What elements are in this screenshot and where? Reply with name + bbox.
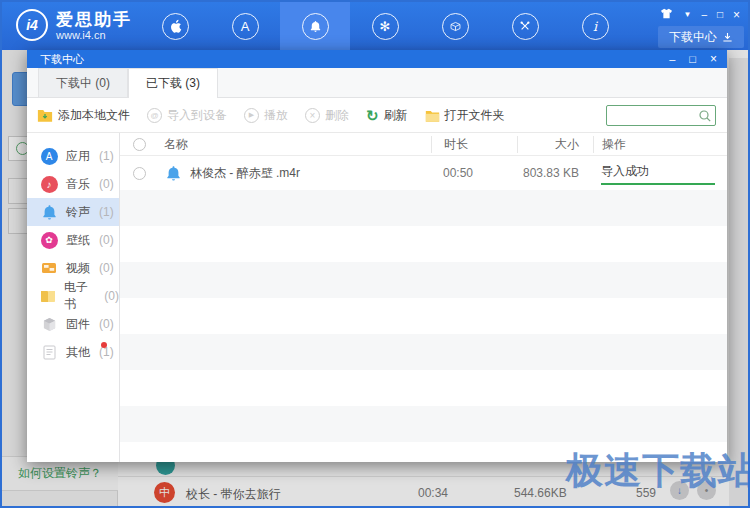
window-controls: ▼ – □ × (660, 8, 740, 22)
import-to-device-button[interactable]: @ 导入到设备 (147, 107, 227, 124)
download-center-modal: 下载中心 – □ × 下载中 (0) 已下载 (3) 添加本地文件 @ 导入到设… (27, 50, 727, 462)
import-to-device-icon: @ (147, 108, 162, 123)
ebook-icon (40, 287, 56, 305)
modal-title: 下载中心 (40, 52, 84, 67)
row-checkbox[interactable] (133, 167, 146, 180)
sidebar-item-other[interactable]: 其他 (1) (27, 338, 119, 366)
delete-icon: × (305, 108, 320, 123)
search-icon (698, 109, 712, 123)
modal-minimize-button[interactable]: – (669, 54, 675, 65)
modal-window-controls: – □ × (669, 54, 717, 65)
select-all-checkbox[interactable] (133, 138, 146, 151)
nav-tab-toolbox[interactable] (490, 2, 560, 50)
column-name: 名称 (158, 136, 431, 153)
firmware-cube-icon (40, 315, 58, 333)
top-navigation: A ✻ (140, 2, 630, 50)
category-sidebar: A 应用 (1) ♪ 音乐 (0) 铃声 (1) (27, 133, 120, 462)
modal-titlebar: 下载中心 – □ × (27, 50, 727, 68)
download-center-button[interactable]: 下载中心 (658, 26, 744, 48)
sidebar-item-videos[interactable]: 视频 (0) (27, 254, 119, 282)
table-header: 名称 时长 大小 操作 (120, 133, 727, 156)
app-window: i4 爱思助手 www.i4.cn A (0, 0, 750, 508)
search-input[interactable] (611, 107, 695, 124)
refresh-button[interactable]: ↻ 刷新 (366, 107, 408, 124)
nav-tab-device[interactable] (140, 2, 210, 50)
skin-icon[interactable] (660, 8, 673, 22)
modal-toolbar: 添加本地文件 @ 导入到设备 ▶ 播放 × 删除 ↻ 刷新 打开文件夹 (27, 98, 727, 133)
download-center-label: 下载中心 (669, 29, 717, 46)
sidebar-item-ringtones[interactable]: 铃声 (1) (27, 198, 119, 226)
menu-dropdown-icon[interactable]: ▼ (683, 9, 691, 21)
modal-close-button[interactable]: × (710, 54, 717, 65)
maximize-button[interactable]: □ (717, 9, 723, 21)
notification-dot (101, 342, 107, 348)
app-logo: i4 爱思助手 www.i4.cn (16, 9, 132, 41)
nav-tab-utilities[interactable]: ✻ (350, 2, 420, 50)
tab-downloaded[interactable]: 已下载 (3) (128, 68, 218, 98)
sidebar-item-wallpapers[interactable]: ✿ 壁纸 (0) (27, 226, 119, 254)
add-local-file-button[interactable]: 添加本地文件 (37, 107, 130, 124)
sidebar-item-music[interactable]: ♪ 音乐 (0) (27, 170, 119, 198)
main-header: i4 爱思助手 www.i4.cn A (2, 2, 748, 50)
import-status: 导入成功 (601, 163, 727, 180)
play-icon: ▶ (244, 108, 259, 123)
file-name: 林俊杰 - 醉赤壁 .m4r (190, 165, 300, 182)
minimize-button[interactable]: – (701, 9, 707, 21)
sidebar-item-firmware[interactable]: 固件 (0) (27, 310, 119, 338)
nav-tab-appstore[interactable]: A (210, 2, 280, 50)
search-box (606, 105, 716, 126)
bell-icon (40, 203, 58, 221)
apple-icon (162, 13, 189, 40)
app-icon: A (40, 147, 58, 165)
document-icon (40, 343, 58, 361)
modal-body: A 应用 (1) ♪ 音乐 (0) 铃声 (1) (27, 133, 727, 462)
empty-rows-area (120, 190, 727, 462)
column-duration: 时长 (431, 136, 517, 153)
video-icon (40, 259, 58, 277)
app-name: 爱思助手 (56, 10, 132, 29)
close-button[interactable]: × (733, 9, 740, 21)
play-button[interactable]: ▶ 播放 (244, 107, 288, 124)
add-local-file-icon (37, 108, 53, 122)
refresh-icon: ↻ (366, 108, 379, 123)
bell-icon (164, 164, 182, 182)
downloads-table: 名称 时长 大小 操作 林俊杰 - 醉赤壁 .m4r 00:50 803.83 … (120, 133, 727, 462)
sidebar-item-apps[interactable]: A 应用 (1) (27, 142, 119, 170)
tab-downloading[interactable]: 下载中 (0) (38, 68, 128, 97)
wallpaper-icon: ✿ (40, 231, 58, 249)
app-url: www.i4.cn (56, 29, 132, 41)
delete-button[interactable]: × 删除 (305, 107, 349, 124)
crossed-tools-icon (512, 13, 539, 40)
appstore-icon: A (232, 13, 259, 40)
nav-tab-ringtone[interactable] (280, 2, 350, 50)
file-size: 803.83 KB (517, 166, 593, 180)
flower-icon: ✻ (372, 13, 399, 40)
music-icon: ♪ (40, 175, 58, 193)
column-action: 操作 (593, 136, 727, 153)
column-size: 大小 (517, 136, 593, 153)
file-duration: 00:50 (431, 166, 517, 180)
i4-logo-icon: i4 (16, 9, 48, 41)
progress-bar (601, 183, 715, 185)
table-row[interactable]: 林俊杰 - 醉赤壁 .m4r 00:50 803.83 KB 导入成功 (120, 156, 727, 190)
open-folder-icon (425, 109, 440, 122)
modal-maximize-button[interactable]: □ (689, 54, 696, 65)
nav-tab-flash[interactable] (420, 2, 490, 50)
modal-tabs: 下载中 (0) 已下载 (3) (27, 68, 727, 98)
bell-icon (302, 13, 329, 40)
info-icon: i (582, 13, 609, 40)
box-icon (442, 13, 469, 40)
sidebar-item-ebooks[interactable]: 电子书 (0) (27, 282, 119, 310)
nav-tab-info[interactable]: i (560, 2, 630, 50)
download-tray-icon (722, 32, 733, 43)
open-folder-button[interactable]: 打开文件夹 (425, 107, 505, 124)
